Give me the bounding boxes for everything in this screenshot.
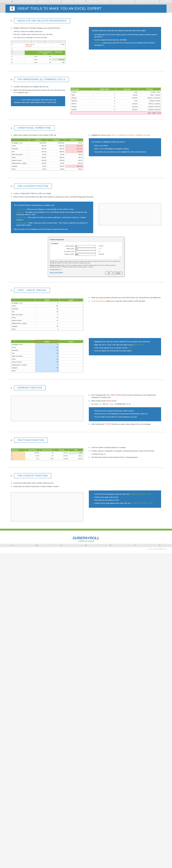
bullet: Relative references in formulas change a… xyxy=(11,27,83,29)
cursor-icon xyxy=(11,20,13,22)
sub-bullet: =B4*B1 contains two relative references xyxy=(11,30,83,33)
function-arguments-dialog: Function Arguments VLOOKUP Lookup_value=… xyxy=(48,237,124,277)
range-lookup-input[interactable] xyxy=(75,253,96,256)
callout-paste-special: Highlight all the cells that would be af… xyxy=(89,338,161,355)
section-title: IFERROR FUNCTION xyxy=(14,385,45,390)
cursor-icon xyxy=(11,185,13,187)
callout-vlookup: The VLOOKUP function wizard gives you 4 … xyxy=(11,202,93,233)
cursor-icon xyxy=(11,79,13,81)
section-title: THE COUNTIF FUNCTION xyxy=(14,473,51,478)
callout-item: Put dollar signs in front of the column … xyxy=(92,33,158,38)
callout-item: Handy tip: A quick way to put in the "$"… xyxy=(92,42,158,46)
bullet: Great when you need to keep track of cer… xyxy=(11,485,161,488)
bullet: Combine information from multiple cells … xyxy=(11,86,65,88)
cursor-icon xyxy=(11,127,13,129)
mini-spreadsheet: A B C 1Sales price of Product A17.99 2 3… xyxy=(11,40,66,64)
section-ampersand: THE AMPERSAND (&) COMBINES CELLS Combine… xyxy=(0,71,172,120)
help-link[interactable]: Help on this function xyxy=(50,272,63,275)
section-title: CONDITIONAL FORMATTING xyxy=(14,125,55,130)
col-g: G xyxy=(49,0,74,3)
formula: =FIXED(E4*D4,2) xyxy=(89,453,161,456)
mini-spreadsheet: JanuaryFebruaryDifference Mortgage or re… xyxy=(11,138,83,170)
formula: Instead of =B4/C4, use =IFERROR(B4/C4,0) xyxy=(89,403,161,405)
mini-spreadsheet: BudgetAugust Mortgage or rent0 Phone100 … xyxy=(11,298,83,331)
section-fixed: THE FIXED FUNCTION Employee Job Number H… xyxy=(0,432,172,467)
mini-spreadsheet: Employee Job Number Hours worked Pay Rat… xyxy=(11,448,83,460)
bullet: Make a formula showing each part you wan… xyxy=(11,89,65,94)
section-title: THE AMPERSAND (&) COMBINES CELLS xyxy=(14,77,69,82)
col-f: F xyxy=(25,0,49,3)
surepayroll-logo: SUREPAYROLL xyxy=(0,536,172,540)
section-copy-paste-special: COPY – PASTE SPECIAL BudgetAugust Mortga… xyxy=(0,282,172,379)
logo-subtitle: A Paychex® Company xyxy=(0,540,172,542)
title-band: 8 GREAT TOOLS TO MAKE YOU AN EXCEL EXPER… xyxy=(0,3,172,13)
bullet: When entries cause #DIV/0! errors: xyxy=(89,400,161,402)
mini-spreadsheet xyxy=(11,396,83,421)
bullet: Copy-Paste Special allows you to copy th… xyxy=(89,300,161,302)
table-array-input[interactable] xyxy=(75,248,96,250)
tip-callout: Handy tip: If you need to add spaces aft… xyxy=(11,96,65,106)
title-text: GREAT TOOLS TO MAKE YOU AN EXCEL EXPERT xyxy=(17,7,102,10)
bullet: Make cells a certain color based on the … xyxy=(11,134,83,136)
page-title: 8 GREAT TOOLS TO MAKE YOU AN EXCEL EXPER… xyxy=(5,5,167,13)
sub-bullet: Can cause error messages or incorrect re… xyxy=(11,36,83,39)
page: E F G H I J K 8 GREAT TOOLS TO MAKE YOU … xyxy=(0,0,172,553)
ok-button[interactable]: OK xyxy=(105,272,113,275)
col-index-input[interactable] xyxy=(75,251,96,253)
bullet: Error messages like #N/A, #REF, #DIV/0! … xyxy=(89,394,161,399)
section-conditional-formatting: CONDITIONAL FORMATTING Make cells a cert… xyxy=(0,120,172,178)
cursor-icon xyxy=(11,387,13,389)
source-credit: source: www.excelhype.com xyxy=(0,547,172,553)
mini-spreadsheet xyxy=(11,492,83,521)
section-absolute-relative: ABSOLUTE AND RELATIVE REFERENCES Relativ… xyxy=(0,13,172,71)
mini-spreadsheet: First name Middle initial Last name Full… xyxy=(71,87,161,111)
col-j: J xyxy=(123,0,147,3)
section-title: THE VLOOKUP FUNCTION xyxy=(14,184,52,189)
formula-display: =A4&" "&B4&" "&C4 xyxy=(71,112,161,114)
lookup-value-input[interactable] xyxy=(75,245,96,248)
section-vlookup: THE VLOOKUP FUNCTION Looks in a large ta… xyxy=(0,178,172,282)
col-i: I xyxy=(98,0,123,3)
section-title: COPY – PASTE SPECIAL xyxy=(14,288,50,293)
bullet: When it finds it, Excel scrolls to the r… xyxy=(11,196,161,198)
column-header-top: E F G H I J K xyxy=(0,0,172,3)
green-divider xyxy=(0,529,172,530)
cursor-icon xyxy=(11,439,13,441)
bullet: Counts how many items reach a certain cr… xyxy=(11,482,161,484)
section-countif: THE COUNTIF FUNCTION Counts how many ite… xyxy=(0,468,172,529)
col-h: H xyxy=(74,0,98,3)
mini-spreadsheet-selected: BudgetAugust Mortgage or rent0 Phone100 … xyxy=(11,340,83,372)
vlookup-sample-sheet xyxy=(99,204,161,225)
bullet: Limit the number of decimal places in a … xyxy=(89,446,161,449)
cursor-icon xyxy=(11,289,13,291)
footer-logo-block: SUREPAYROLL A Paychex® Company xyxy=(0,530,172,544)
cancel-button[interactable]: Cancel xyxy=(113,272,122,275)
bullet: After inserting the IFERROR function, yo… xyxy=(89,423,161,426)
callout-iferror: This tells Excel to perform the first pa… xyxy=(89,407,161,422)
sub-bullet: Becomes =B5*B2 when copied into the next… xyxy=(11,33,83,36)
title-number: 8 xyxy=(10,6,15,11)
callout-item: Now the original formula becomes =B4*$B$… xyxy=(92,39,158,41)
cursor-icon xyxy=(11,475,13,477)
col-e: E xyxy=(0,0,25,3)
section-iferror: IFERROR FUNCTION Error messages like #N/… xyxy=(0,380,172,432)
section-title: THE FIXED FUNCTION xyxy=(14,438,47,443)
callout-title: Absolute references make sure the refere… xyxy=(92,30,158,32)
col-k: K xyxy=(147,0,172,3)
bullet: To limit a value to 2 decimals, for exam… xyxy=(89,450,161,452)
callout-absolute: Absolute references make sure the refere… xyxy=(89,27,161,50)
section-title: ABSOLUTE AND RELATIVE REFERENCES xyxy=(14,18,70,23)
column-header-bottom: A B C D E F G xyxy=(0,544,172,547)
callout-conditional: For example, to highlight numbers less t… xyxy=(89,138,161,156)
bullet: When you copy and paste a formula, you m… xyxy=(89,297,161,299)
bullet: This limits the result from the formula … xyxy=(89,456,161,459)
callout-countif: To find out how many games went over 200… xyxy=(89,491,161,507)
bullet: Looks in a large table of data for a val… xyxy=(11,192,161,195)
bullet: Highlight the column, go to Home > Condi… xyxy=(89,134,161,136)
dialog-title: Function Arguments xyxy=(50,239,122,240)
